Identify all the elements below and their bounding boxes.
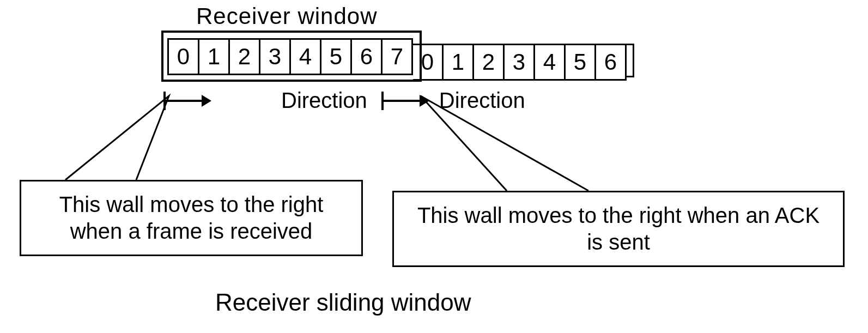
frame-cell: 1: [444, 45, 474, 79]
frame-cell: 4: [535, 45, 566, 79]
callout-right: This wall moves to the right when an ACK…: [392, 191, 845, 267]
frame-strip-end-bar: [627, 44, 634, 77]
direction-label-right: Direction: [439, 88, 525, 113]
frame-strip: 0 1 2 3 4 5 6 7 0 1 2 3 4 5 6: [167, 38, 634, 81]
frame-cell: 5: [566, 45, 596, 79]
frame-cell: 3: [260, 40, 291, 74]
arrow-right-icon: [163, 90, 211, 112]
frame-cell: 4: [291, 40, 321, 74]
frame-group-2: 0 1 2 3 4 5 6: [413, 44, 627, 81]
frame-cell: 2: [474, 45, 505, 79]
arrow-right-icon: [381, 90, 429, 112]
diagram-stage: Receiver window 0 1 2 3 4 5 6 7 0 1 2 3 …: [0, 0, 868, 333]
frame-cell: 5: [321, 40, 352, 74]
title-receiver-window: Receiver window: [196, 3, 377, 29]
direction-label-left: Direction: [281, 88, 367, 113]
caption-receiver-sliding-window: Receiver sliding window: [215, 289, 471, 316]
frame-cell: 6: [596, 45, 627, 79]
callout-left: This wall moves to the right when a fram…: [20, 180, 363, 256]
frame-cell: 0: [413, 45, 444, 79]
frame-cell: 1: [199, 40, 230, 74]
frame-cell: 0: [169, 40, 199, 74]
frame-cell: 7: [383, 40, 413, 74]
frame-group-1: 0 1 2 3 4 5 6 7: [167, 38, 413, 75]
frame-cell: 3: [505, 45, 535, 79]
frame-cell: 6: [352, 40, 383, 74]
frame-cell: 2: [230, 40, 260, 74]
direction-row: Direction Direction: [163, 88, 525, 113]
